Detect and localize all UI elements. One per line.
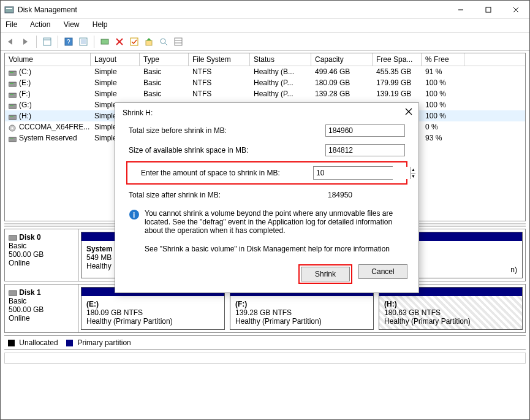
col-type[interactable]: Type [140, 53, 189, 66]
svg-rect-36 [9, 235, 17, 240]
svg-text:i: i [133, 211, 135, 220]
svg-rect-29 [10, 105, 13, 106]
drive-icon [9, 136, 17, 142]
menu-action[interactable]: Action [30, 20, 50, 29]
dialog-titlebar: Shrink H: [115, 103, 418, 121]
delete-icon[interactable] [113, 35, 126, 48]
val-total-before: 184960 [325, 124, 405, 137]
val-avail: 184812 [325, 144, 405, 156]
lbl-after: Total size after shrink in MB: [129, 191, 325, 199]
svg-rect-31 [10, 116, 13, 117]
grid-header: Volume Layout Type File System Status Ca… [5, 53, 525, 66]
up-icon[interactable] [142, 35, 156, 48]
shrink-dialog: Shrink H: Total size before shrink in MB… [115, 102, 419, 293]
drive-icon [9, 80, 17, 86]
menu-help[interactable]: Help [93, 20, 108, 29]
col-free[interactable]: Free Spa... [373, 53, 422, 66]
lbl-enter: Enter the amount of space to shrink in M… [141, 169, 313, 177]
statusbar [4, 353, 526, 364]
legend: Unallocated Primary partition [4, 335, 526, 350]
shrink-button-highlight: Shrink [298, 264, 352, 284]
svg-rect-0 [5, 7, 13, 13]
drive-icon [9, 91, 17, 97]
shrink-amount-input[interactable] [314, 167, 411, 179]
svg-rect-16 [146, 40, 152, 45]
svg-line-18 [165, 43, 167, 45]
help-icon[interactable]: ? [62, 35, 75, 48]
toolbar: ? [1, 32, 529, 51]
svg-rect-22 [9, 71, 17, 75]
col-layout[interactable]: Layout [91, 53, 140, 66]
val-after: 184950 [325, 189, 405, 200]
lbl-total-before: Total size before shrink in MB: [129, 126, 325, 135]
menu-view[interactable]: View [64, 20, 80, 29]
partition[interactable]: (F:)139.28 GB NTFSHealthy (Primary Parti… [230, 287, 374, 330]
drive-icon [9, 102, 17, 109]
svg-rect-35 [10, 139, 13, 139]
legend-swatch-primary [66, 340, 73, 346]
volume-row[interactable]: (E:)SimpleBasicNTFSHealthy (P...180.09 G… [5, 77, 525, 88]
svg-point-17 [161, 39, 165, 44]
maximize-button[interactable] [474, 1, 502, 18]
svg-point-33 [12, 127, 13, 129]
svg-rect-24 [9, 82, 17, 86]
drive-icon [9, 124, 17, 131]
check-icon[interactable] [127, 35, 141, 48]
back-icon[interactable] [4, 35, 18, 48]
drive-icon [9, 113, 17, 120]
search-icon[interactable] [157, 35, 170, 48]
svg-rect-25 [10, 83, 13, 84]
svg-rect-26 [9, 93, 17, 97]
partition[interactable]: (E:)180.09 GB NTFSHealthy (Primary Parti… [81, 287, 225, 330]
col-fs[interactable]: File System [189, 53, 250, 66]
forward-icon[interactable] [19, 35, 32, 48]
app-icon [4, 5, 14, 15]
titlebar: Disk Management [1, 1, 529, 19]
disk-label: Disk 0Basic500.00 GBOnline [5, 229, 78, 281]
volume-row[interactable]: (C:)SimpleBasicNTFSHealthy (B...499.46 G… [5, 66, 525, 77]
shrink-button[interactable]: Shrink [301, 267, 350, 281]
svg-rect-34 [9, 137, 17, 142]
info-icon: i [129, 209, 140, 220]
disk-label: Disk 1Basic500.00 GBOnline [5, 284, 78, 332]
info-text-2: See "Shrink a basic volume" in Disk Mana… [145, 245, 390, 253]
svg-rect-30 [9, 115, 17, 120]
legend-unalloc: Unallocated [19, 338, 58, 347]
col-volume[interactable]: Volume [5, 53, 91, 66]
menu-file[interactable]: File [6, 20, 17, 29]
svg-rect-1 [6, 8, 12, 9]
col-capacity[interactable]: Capacity [311, 53, 373, 66]
partition[interactable]: (H:)180.63 GB NTFSHealthy (Primary Parti… [379, 287, 523, 330]
shrink-amount-spinner[interactable]: ▲ ▼ [313, 166, 393, 180]
legend-primary: Primary partition [77, 338, 131, 347]
svg-rect-12 [101, 39, 108, 44]
spinner-up-icon[interactable]: ▲ [411, 167, 415, 174]
svg-rect-19 [175, 38, 182, 45]
drive-icon [9, 69, 17, 75]
svg-rect-6 [44, 38, 51, 45]
refresh-icon[interactable] [98, 35, 112, 48]
svg-text:?: ? [67, 39, 70, 45]
volume-row[interactable]: (F:)SimpleBasicNTFSHealthy (P...139.28 G… [5, 88, 525, 99]
disk-management-window: Disk Management File Action View Help ? … [0, 0, 530, 420]
svg-rect-27 [10, 94, 13, 95]
legend-swatch-unalloc [8, 340, 15, 346]
svg-rect-37 [9, 291, 17, 296]
svg-rect-23 [10, 72, 13, 73]
cancel-button[interactable]: Cancel [358, 264, 407, 279]
minimize-button[interactable] [447, 1, 474, 18]
svg-rect-28 [9, 104, 17, 109]
settings-icon[interactable] [77, 35, 90, 48]
svg-rect-3 [486, 7, 491, 12]
close-button[interactable] [502, 1, 529, 18]
dialog-close-icon[interactable] [405, 108, 412, 117]
svg-rect-11 [81, 39, 86, 44]
col-pct[interactable]: % Free [422, 53, 464, 66]
col-status[interactable]: Status [250, 53, 311, 66]
spinner-down-icon[interactable]: ▼ [411, 174, 415, 180]
window-title: Disk Management [18, 6, 447, 14]
show-hide-icon[interactable] [40, 35, 54, 48]
dialog-title: Shrink H: [123, 109, 405, 117]
list-icon[interactable] [172, 35, 185, 48]
partition[interactable]: System549 MBHealthy [81, 232, 118, 278]
